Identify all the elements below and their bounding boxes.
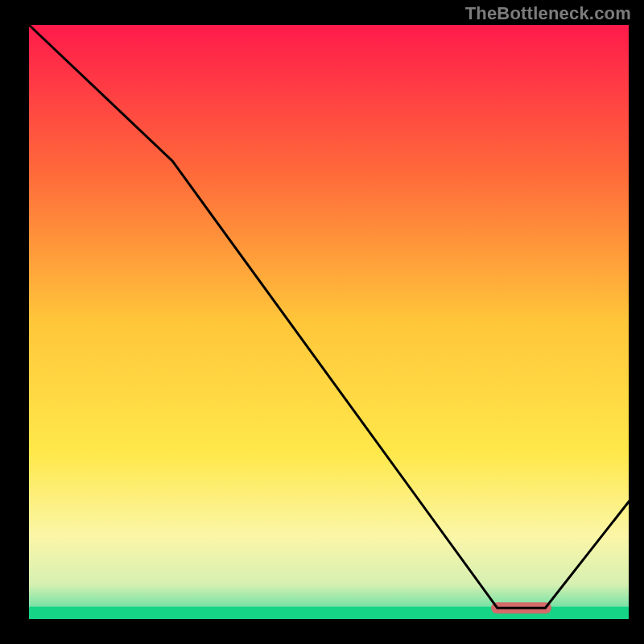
chart-container: TheBottleneck.com [0,0,644,644]
plot-background [28,24,630,620]
watermark-text: TheBottleneck.com [465,3,631,24]
bottleneck-chart [0,0,644,644]
